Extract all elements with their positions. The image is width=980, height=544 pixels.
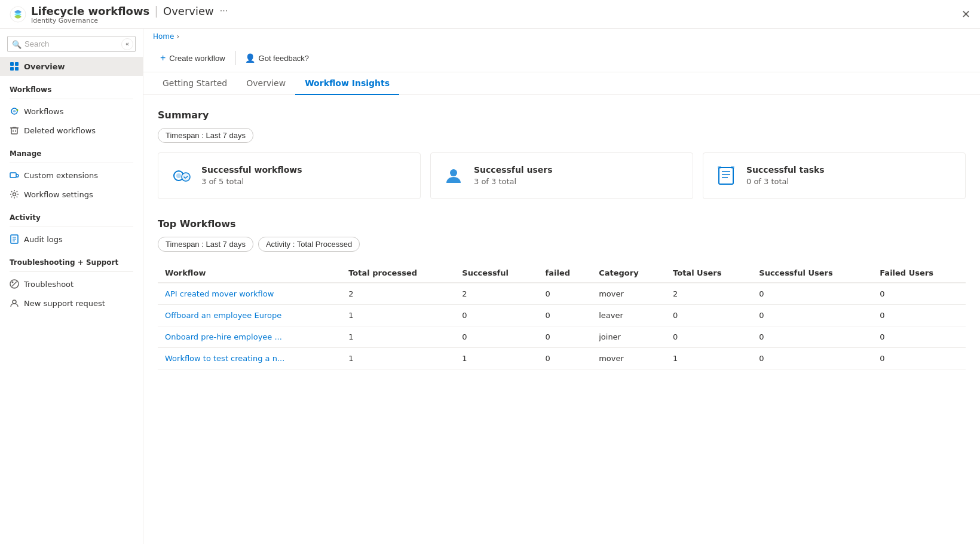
sidebar-item-troubleshoot-label: Troubleshoot: [24, 280, 74, 289]
top-workflows-timespan-badge[interactable]: Timespan : Last 7 days: [158, 237, 253, 252]
workflow-link[interactable]: Workflow to test creating a n...: [165, 354, 284, 363]
successful-tasks-value: 0 of 3 total: [746, 177, 825, 186]
table-header-row: Workflow Total processed Successful fail…: [158, 264, 966, 283]
col-failed-users: Failed Users: [872, 264, 966, 283]
svg-point-12: [13, 300, 16, 304]
cell-total-processed: 2: [341, 283, 455, 305]
sidebar-item-overview[interactable]: Overview: [0, 57, 143, 76]
activity-divider: [10, 227, 133, 227]
cell-successful: 0: [455, 326, 538, 348]
app-title: Lifecycle workflows: [31, 5, 149, 17]
col-failed: failed: [538, 264, 592, 283]
collapse-sidebar-button[interactable]: «: [121, 38, 133, 50]
cell-category: joiner: [592, 326, 666, 348]
tabs-container: Getting Started Overview Workflow Insigh…: [143, 72, 980, 95]
top-bar: Lifecycle workflows | Overview ··· Ident…: [0, 0, 980, 29]
col-total-processed: Total processed: [341, 264, 455, 283]
sidebar-item-audit-logs[interactable]: Audit logs: [0, 230, 143, 249]
successful-users-title: Successful users: [474, 165, 553, 175]
workflows-icon: [10, 106, 19, 116]
workflow-link[interactable]: Offboard an employee Europe: [165, 311, 281, 320]
main-content: Home › + Create workflow 👤 Got feedback?…: [143, 29, 980, 544]
cell-total-users: 2: [666, 283, 752, 305]
workflows-section-label: Workflows: [0, 76, 143, 96]
svg-rect-1: [10, 62, 14, 66]
col-successful-users: Successful Users: [752, 264, 872, 283]
cell-successful-users: 0: [752, 348, 872, 369]
col-workflow: Workflow: [158, 264, 341, 283]
top-workflows-table: Workflow Total processed Successful fail…: [158, 264, 966, 369]
successful-tasks-icon: [715, 165, 737, 187]
close-button[interactable]: ✕: [961, 8, 970, 21]
cell-successful-users: 0: [752, 283, 872, 305]
svg-rect-4: [15, 67, 19, 71]
cell-total-processed: 1: [341, 348, 455, 369]
cell-total-processed: 1: [341, 326, 455, 348]
top-workflows-title: Top Workflows: [158, 218, 966, 230]
successful-workflows-title: Successful workflows: [201, 165, 302, 175]
breadcrumb-separator: ›: [176, 32, 179, 41]
page-title: Overview: [163, 5, 214, 17]
cell-category: mover: [592, 283, 666, 305]
tab-overview[interactable]: Overview: [237, 72, 295, 95]
sidebar-item-audit-label: Audit logs: [24, 235, 63, 244]
summary-timespan-badge[interactable]: Timespan : Last 7 days: [158, 128, 253, 143]
toolbar: + Create workflow 👤 Got feedback?: [143, 44, 980, 72]
successful-workflows-card: Successful workflows 3 of 5 total: [158, 152, 421, 199]
table-row: Onboard pre-hire employee ... 1 0 0 join…: [158, 326, 966, 348]
workflow-link[interactable]: Onboard pre-hire employee ...: [165, 332, 282, 341]
tab-workflow-insights[interactable]: Workflow Insights: [295, 72, 399, 95]
svg-rect-7: [11, 128, 17, 134]
sidebar-item-troubleshoot[interactable]: Troubleshoot: [0, 274, 143, 294]
col-category: Category: [592, 264, 666, 283]
troubleshoot-icon: [10, 279, 19, 289]
custom-extensions-icon: [10, 170, 19, 180]
cell-successful: 1: [455, 348, 538, 369]
troubleshooting-section-label: Troubleshooting + Support: [0, 249, 143, 269]
cell-failed-users: 0: [872, 305, 966, 326]
successful-tasks-card: Successful tasks 0 of 3 total: [703, 152, 966, 199]
sidebar-item-workflows[interactable]: Workflows: [0, 102, 143, 121]
svg-rect-19: [731, 166, 734, 169]
cell-failed-users: 0: [872, 348, 966, 369]
create-workflow-button[interactable]: + Create workflow: [153, 49, 232, 67]
successful-users-card: Successful users 3 of 3 total: [430, 152, 693, 199]
got-feedback-button[interactable]: 👤 Got feedback?: [238, 50, 317, 66]
tab-getting-started[interactable]: Getting Started: [153, 72, 237, 95]
search-input[interactable]: [7, 36, 136, 52]
successful-users-icon: [443, 165, 464, 187]
sidebar-item-custom-extensions[interactable]: Custom extensions: [0, 166, 143, 185]
deleted-workflows-icon: [10, 126, 19, 135]
svg-point-6: [17, 109, 19, 111]
overview-icon: [10, 62, 19, 71]
col-successful: Successful: [455, 264, 538, 283]
sidebar-item-workflow-settings[interactable]: Workflow settings: [0, 185, 143, 204]
top-workflows-activity-badge[interactable]: Activity : Total Processed: [258, 237, 360, 252]
sidebar-item-overview-label: Overview: [24, 62, 65, 71]
svg-rect-3: [10, 67, 14, 71]
workflow-link[interactable]: API created mover workflow: [165, 289, 274, 298]
activity-section-label: Activity: [0, 204, 143, 224]
breadcrumb: Home ›: [143, 29, 980, 44]
ellipsis-button[interactable]: ···: [220, 5, 228, 16]
cell-successful: 0: [455, 305, 538, 326]
sidebar-item-new-support[interactable]: New support request: [0, 294, 143, 313]
app-subtitle: Identity Governance: [31, 17, 228, 25]
breadcrumb-home[interactable]: Home: [153, 32, 174, 41]
svg-point-16: [450, 169, 457, 176]
cell-failed-users: 0: [872, 326, 966, 348]
sidebar-item-settings-label: Workflow settings: [24, 190, 93, 199]
svg-point-9: [13, 193, 16, 196]
support-request-icon: [10, 298, 19, 308]
cell-category: leaver: [592, 305, 666, 326]
sidebar-item-deleted-workflows[interactable]: Deleted workflows: [0, 121, 143, 140]
feedback-icon: 👤: [245, 53, 255, 63]
svg-rect-18: [718, 166, 721, 169]
cell-failed: 0: [538, 283, 592, 305]
svg-point-11: [12, 282, 14, 283]
sidebar-item-deleted-label: Deleted workflows: [24, 126, 96, 135]
table-row: API created mover workflow 2 2 0 mover 2…: [158, 283, 966, 305]
workflow-settings-icon: [10, 190, 19, 199]
cell-successful: 2: [455, 283, 538, 305]
sidebar-item-custom-ext-label: Custom extensions: [24, 171, 98, 180]
